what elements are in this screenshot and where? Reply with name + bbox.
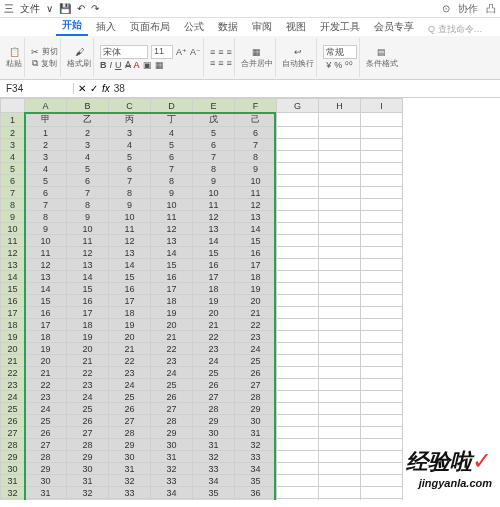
cell[interactable]: 10 xyxy=(151,199,193,211)
cell[interactable] xyxy=(277,439,319,451)
cell[interactable]: 5 xyxy=(151,139,193,151)
cell[interactable] xyxy=(277,403,319,415)
cell[interactable]: 24 xyxy=(25,403,67,415)
col-header-D[interactable]: D xyxy=(151,99,193,113)
cell[interactable] xyxy=(319,427,361,439)
cell[interactable]: 2 xyxy=(25,139,67,151)
cell[interactable]: 10 xyxy=(235,175,277,187)
cell[interactable]: 戊 xyxy=(193,113,235,127)
cell[interactable] xyxy=(277,247,319,259)
cell[interactable]: 15 xyxy=(25,295,67,307)
save-icon[interactable]: 💾 xyxy=(59,3,71,14)
formula-input[interactable]: 38 xyxy=(114,83,496,94)
accept-icon[interactable]: ✓ xyxy=(90,83,98,94)
cell[interactable]: 34 xyxy=(235,463,277,475)
font-select[interactable]: 宋体 xyxy=(100,45,148,59)
cell[interactable] xyxy=(319,127,361,139)
merge-icon[interactable]: ▦ xyxy=(252,47,261,57)
row-header-1[interactable]: 1 xyxy=(1,113,25,127)
cell[interactable]: 19 xyxy=(235,283,277,295)
cell[interactable]: 20 xyxy=(25,355,67,367)
cell[interactable]: 27 xyxy=(193,391,235,403)
fx-icon[interactable]: fx xyxy=(102,83,110,94)
cell[interactable]: 31 xyxy=(67,475,109,487)
row-header-16[interactable]: 16 xyxy=(1,295,25,307)
cell[interactable]: 14 xyxy=(67,271,109,283)
cell[interactable]: 25 xyxy=(25,415,67,427)
cell[interactable]: 21 xyxy=(151,331,193,343)
cell[interactable]: 9 xyxy=(109,199,151,211)
cell[interactable]: 28 xyxy=(193,403,235,415)
cell[interactable] xyxy=(319,403,361,415)
cell[interactable]: 37 xyxy=(235,499,277,501)
paste-icon[interactable]: 📋 xyxy=(9,47,20,57)
cell[interactable] xyxy=(277,271,319,283)
cell[interactable]: 34 xyxy=(193,475,235,487)
tab-8[interactable]: 会员专享 xyxy=(368,18,420,36)
cell[interactable]: 36 xyxy=(235,487,277,499)
cell[interactable]: 28 xyxy=(151,415,193,427)
cell[interactable] xyxy=(361,319,403,331)
cell[interactable]: 12 xyxy=(151,223,193,235)
row-header-11[interactable]: 11 xyxy=(1,235,25,247)
cell[interactable]: 29 xyxy=(67,451,109,463)
cell[interactable]: 9 xyxy=(235,163,277,175)
cell[interactable]: 25 xyxy=(193,367,235,379)
cell[interactable] xyxy=(277,187,319,199)
cell[interactable]: 32 xyxy=(235,439,277,451)
cell[interactable]: 27 xyxy=(109,415,151,427)
cell[interactable] xyxy=(319,379,361,391)
wrap-icon[interactable]: ↩ xyxy=(294,47,302,57)
file-menu[interactable]: 文件 xyxy=(20,2,40,16)
cell[interactable]: 13 xyxy=(193,223,235,235)
tab-3[interactable]: 公式 xyxy=(178,18,210,36)
cell[interactable]: 19 xyxy=(67,331,109,343)
cell[interactable] xyxy=(277,127,319,139)
cell[interactable] xyxy=(319,367,361,379)
cell[interactable] xyxy=(361,427,403,439)
cell[interactable]: 29 xyxy=(25,463,67,475)
cell[interactable] xyxy=(277,235,319,247)
cell[interactable]: 29 xyxy=(235,403,277,415)
cell[interactable]: 7 xyxy=(109,175,151,187)
format-painter-icon[interactable]: 🖌 xyxy=(75,47,84,57)
cell[interactable]: 18 xyxy=(109,307,151,319)
cell[interactable]: 3 xyxy=(25,151,67,163)
cell[interactable] xyxy=(361,283,403,295)
cell[interactable] xyxy=(361,391,403,403)
cell[interactable]: 31 xyxy=(109,463,151,475)
cell[interactable]: 1 xyxy=(25,127,67,139)
cell[interactable]: 11 xyxy=(151,211,193,223)
cell[interactable]: 18 xyxy=(67,319,109,331)
row-header-32[interactable]: 32 xyxy=(1,487,25,499)
cell[interactable]: 28 xyxy=(235,391,277,403)
cell[interactable]: 11 xyxy=(235,187,277,199)
cell[interactable] xyxy=(361,403,403,415)
cell[interactable]: 7 xyxy=(193,151,235,163)
cell[interactable]: 8 xyxy=(67,199,109,211)
row-header-21[interactable]: 21 xyxy=(1,355,25,367)
cell[interactable]: 4 xyxy=(109,139,151,151)
name-box[interactable]: F34 xyxy=(0,83,74,94)
row-header-18[interactable]: 18 xyxy=(1,319,25,331)
tab-7[interactable]: 开发工具 xyxy=(314,18,366,36)
cell[interactable]: 19 xyxy=(151,307,193,319)
cell[interactable]: 31 xyxy=(151,451,193,463)
cell[interactable] xyxy=(319,415,361,427)
cell[interactable]: 20 xyxy=(67,343,109,355)
cell[interactable]: 12 xyxy=(25,259,67,271)
cell[interactable]: 5 xyxy=(25,175,67,187)
cell[interactable]: 25 xyxy=(67,403,109,415)
cell[interactable]: 4 xyxy=(151,127,193,139)
cell[interactable] xyxy=(151,499,193,501)
cell[interactable]: 8 xyxy=(25,211,67,223)
row-header-29[interactable]: 29 xyxy=(1,451,25,463)
cell[interactable]: 6 xyxy=(25,187,67,199)
cut-icon[interactable]: ✂ xyxy=(31,47,39,57)
cell[interactable]: 16 xyxy=(109,283,151,295)
cell[interactable]: 5 xyxy=(193,127,235,139)
cell[interactable]: 11 xyxy=(25,247,67,259)
cell[interactable]: 14 xyxy=(235,223,277,235)
cell[interactable]: 21 xyxy=(235,307,277,319)
cell[interactable] xyxy=(319,175,361,187)
